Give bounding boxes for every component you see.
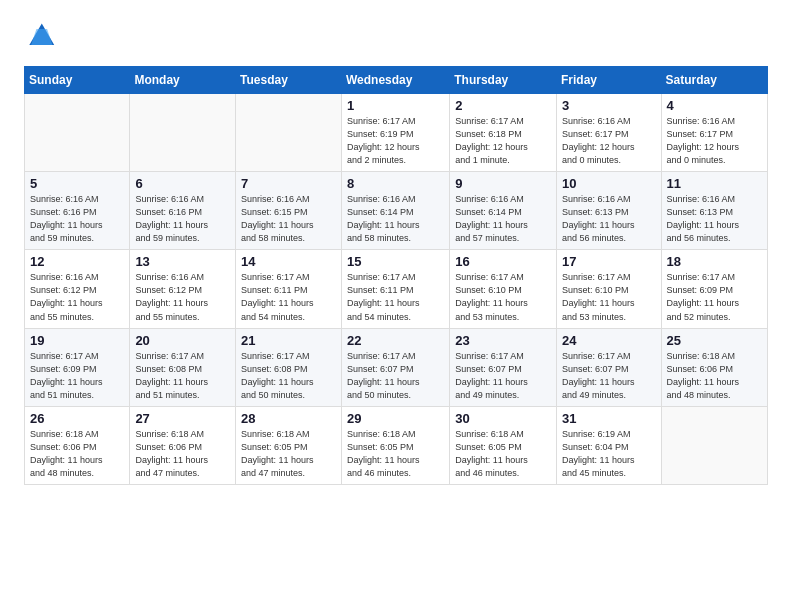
day-info: Sunrise: 6:16 AM Sunset: 6:14 PM Dayligh… — [455, 193, 551, 245]
calendar-cell: 26Sunrise: 6:18 AM Sunset: 6:06 PM Dayli… — [25, 406, 130, 484]
day-info: Sunrise: 6:19 AM Sunset: 6:04 PM Dayligh… — [562, 428, 656, 480]
calendar-cell: 8Sunrise: 6:16 AM Sunset: 6:14 PM Daylig… — [341, 172, 449, 250]
day-info: Sunrise: 6:17 AM Sunset: 6:07 PM Dayligh… — [455, 350, 551, 402]
day-info: Sunrise: 6:18 AM Sunset: 6:05 PM Dayligh… — [241, 428, 336, 480]
week-row-2: 5Sunrise: 6:16 AM Sunset: 6:16 PM Daylig… — [25, 172, 768, 250]
day-info: Sunrise: 6:16 AM Sunset: 6:17 PM Dayligh… — [667, 115, 762, 167]
day-number: 26 — [30, 411, 124, 426]
day-number: 14 — [241, 254, 336, 269]
weekday-header-tuesday: Tuesday — [236, 67, 342, 94]
day-number: 1 — [347, 98, 444, 113]
day-number: 28 — [241, 411, 336, 426]
day-info: Sunrise: 6:16 AM Sunset: 6:12 PM Dayligh… — [135, 271, 230, 323]
day-info: Sunrise: 6:16 AM Sunset: 6:13 PM Dayligh… — [562, 193, 656, 245]
weekday-header-row: SundayMondayTuesdayWednesdayThursdayFrid… — [25, 67, 768, 94]
day-info: Sunrise: 6:17 AM Sunset: 6:19 PM Dayligh… — [347, 115, 444, 167]
day-info: Sunrise: 6:17 AM Sunset: 6:08 PM Dayligh… — [241, 350, 336, 402]
day-number: 2 — [455, 98, 551, 113]
day-number: 7 — [241, 176, 336, 191]
day-info: Sunrise: 6:17 AM Sunset: 6:08 PM Dayligh… — [135, 350, 230, 402]
day-number: 27 — [135, 411, 230, 426]
day-number: 9 — [455, 176, 551, 191]
calendar-cell: 24Sunrise: 6:17 AM Sunset: 6:07 PM Dayli… — [556, 328, 661, 406]
weekday-header-thursday: Thursday — [450, 67, 557, 94]
day-info: Sunrise: 6:17 AM Sunset: 6:10 PM Dayligh… — [455, 271, 551, 323]
weekday-header-wednesday: Wednesday — [341, 67, 449, 94]
logo — [24, 20, 62, 52]
calendar-cell: 19Sunrise: 6:17 AM Sunset: 6:09 PM Dayli… — [25, 328, 130, 406]
day-number: 31 — [562, 411, 656, 426]
day-number: 6 — [135, 176, 230, 191]
day-number: 30 — [455, 411, 551, 426]
calendar-cell: 12Sunrise: 6:16 AM Sunset: 6:12 PM Dayli… — [25, 250, 130, 328]
calendar-cell: 30Sunrise: 6:18 AM Sunset: 6:05 PM Dayli… — [450, 406, 557, 484]
day-number: 25 — [667, 333, 762, 348]
week-row-5: 26Sunrise: 6:18 AM Sunset: 6:06 PM Dayli… — [25, 406, 768, 484]
weekday-header-saturday: Saturday — [661, 67, 767, 94]
calendar-cell: 5Sunrise: 6:16 AM Sunset: 6:16 PM Daylig… — [25, 172, 130, 250]
day-info: Sunrise: 6:16 AM Sunset: 6:13 PM Dayligh… — [667, 193, 762, 245]
calendar-cell: 3Sunrise: 6:16 AM Sunset: 6:17 PM Daylig… — [556, 94, 661, 172]
calendar-cell: 17Sunrise: 6:17 AM Sunset: 6:10 PM Dayli… — [556, 250, 661, 328]
day-number: 21 — [241, 333, 336, 348]
calendar-cell: 11Sunrise: 6:16 AM Sunset: 6:13 PM Dayli… — [661, 172, 767, 250]
day-number: 13 — [135, 254, 230, 269]
day-number: 8 — [347, 176, 444, 191]
day-number: 12 — [30, 254, 124, 269]
day-info: Sunrise: 6:16 AM Sunset: 6:17 PM Dayligh… — [562, 115, 656, 167]
day-number: 18 — [667, 254, 762, 269]
calendar-cell: 21Sunrise: 6:17 AM Sunset: 6:08 PM Dayli… — [236, 328, 342, 406]
calendar-cell: 4Sunrise: 6:16 AM Sunset: 6:17 PM Daylig… — [661, 94, 767, 172]
day-info: Sunrise: 6:17 AM Sunset: 6:07 PM Dayligh… — [347, 350, 444, 402]
day-info: Sunrise: 6:17 AM Sunset: 6:07 PM Dayligh… — [562, 350, 656, 402]
calendar-cell — [25, 94, 130, 172]
week-row-1: 1Sunrise: 6:17 AM Sunset: 6:19 PM Daylig… — [25, 94, 768, 172]
day-info: Sunrise: 6:16 AM Sunset: 6:14 PM Dayligh… — [347, 193, 444, 245]
day-info: Sunrise: 6:17 AM Sunset: 6:09 PM Dayligh… — [667, 271, 762, 323]
day-number: 10 — [562, 176, 656, 191]
day-number: 24 — [562, 333, 656, 348]
calendar-cell: 15Sunrise: 6:17 AM Sunset: 6:11 PM Dayli… — [341, 250, 449, 328]
day-info: Sunrise: 6:17 AM Sunset: 6:18 PM Dayligh… — [455, 115, 551, 167]
day-number: 16 — [455, 254, 551, 269]
day-number: 15 — [347, 254, 444, 269]
calendar-cell: 28Sunrise: 6:18 AM Sunset: 6:05 PM Dayli… — [236, 406, 342, 484]
day-info: Sunrise: 6:16 AM Sunset: 6:15 PM Dayligh… — [241, 193, 336, 245]
calendar-cell: 13Sunrise: 6:16 AM Sunset: 6:12 PM Dayli… — [130, 250, 236, 328]
calendar-cell: 29Sunrise: 6:18 AM Sunset: 6:05 PM Dayli… — [341, 406, 449, 484]
day-info: Sunrise: 6:18 AM Sunset: 6:05 PM Dayligh… — [455, 428, 551, 480]
day-info: Sunrise: 6:17 AM Sunset: 6:11 PM Dayligh… — [241, 271, 336, 323]
calendar-cell: 1Sunrise: 6:17 AM Sunset: 6:19 PM Daylig… — [341, 94, 449, 172]
day-number: 20 — [135, 333, 230, 348]
week-row-4: 19Sunrise: 6:17 AM Sunset: 6:09 PM Dayli… — [25, 328, 768, 406]
calendar-cell — [236, 94, 342, 172]
logo-icon — [24, 20, 56, 52]
day-number: 5 — [30, 176, 124, 191]
calendar-cell — [661, 406, 767, 484]
calendar-cell: 25Sunrise: 6:18 AM Sunset: 6:06 PM Dayli… — [661, 328, 767, 406]
day-info: Sunrise: 6:18 AM Sunset: 6:06 PM Dayligh… — [135, 428, 230, 480]
calendar-cell: 9Sunrise: 6:16 AM Sunset: 6:14 PM Daylig… — [450, 172, 557, 250]
weekday-header-monday: Monday — [130, 67, 236, 94]
day-number: 19 — [30, 333, 124, 348]
svg-marker-1 — [31, 29, 52, 45]
weekday-header-sunday: Sunday — [25, 67, 130, 94]
calendar-cell: 14Sunrise: 6:17 AM Sunset: 6:11 PM Dayli… — [236, 250, 342, 328]
calendar-cell — [130, 94, 236, 172]
day-info: Sunrise: 6:17 AM Sunset: 6:09 PM Dayligh… — [30, 350, 124, 402]
day-info: Sunrise: 6:17 AM Sunset: 6:11 PM Dayligh… — [347, 271, 444, 323]
calendar-cell: 23Sunrise: 6:17 AM Sunset: 6:07 PM Dayli… — [450, 328, 557, 406]
day-number: 17 — [562, 254, 656, 269]
day-info: Sunrise: 6:18 AM Sunset: 6:06 PM Dayligh… — [30, 428, 124, 480]
day-number: 11 — [667, 176, 762, 191]
calendar-cell: 10Sunrise: 6:16 AM Sunset: 6:13 PM Dayli… — [556, 172, 661, 250]
calendar-cell: 7Sunrise: 6:16 AM Sunset: 6:15 PM Daylig… — [236, 172, 342, 250]
calendar-cell: 16Sunrise: 6:17 AM Sunset: 6:10 PM Dayli… — [450, 250, 557, 328]
day-info: Sunrise: 6:16 AM Sunset: 6:12 PM Dayligh… — [30, 271, 124, 323]
day-info: Sunrise: 6:17 AM Sunset: 6:10 PM Dayligh… — [562, 271, 656, 323]
day-number: 29 — [347, 411, 444, 426]
calendar-cell: 27Sunrise: 6:18 AM Sunset: 6:06 PM Dayli… — [130, 406, 236, 484]
calendar-cell: 6Sunrise: 6:16 AM Sunset: 6:16 PM Daylig… — [130, 172, 236, 250]
page: SundayMondayTuesdayWednesdayThursdayFrid… — [0, 0, 792, 612]
day-info: Sunrise: 6:16 AM Sunset: 6:16 PM Dayligh… — [30, 193, 124, 245]
